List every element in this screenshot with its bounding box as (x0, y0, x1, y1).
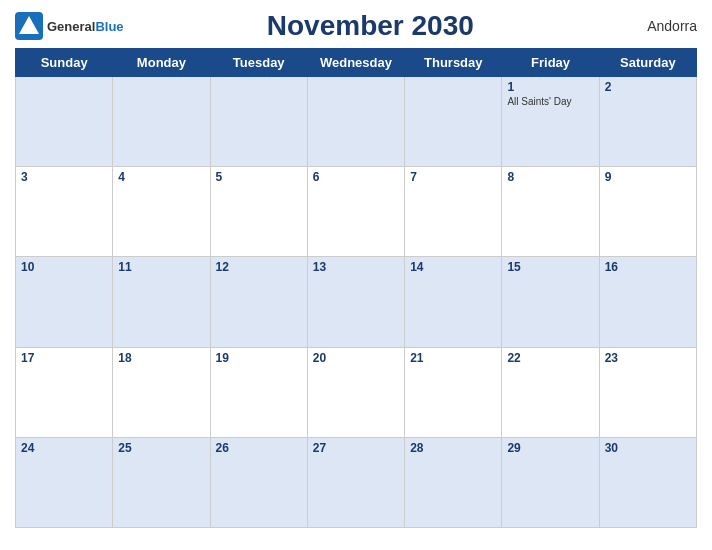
header-row: GeneralBlue November 2030 Andorra (15, 10, 697, 42)
calendar-day-cell: 27 (307, 437, 404, 527)
calendar-table: SundayMondayTuesdayWednesdayThursdayFrid… (15, 48, 697, 528)
day-number: 7 (410, 170, 496, 184)
day-number: 15 (507, 260, 593, 274)
day-number: 23 (605, 351, 691, 365)
calendar-day-cell: 17 (16, 347, 113, 437)
holiday-text: All Saints' Day (507, 96, 593, 108)
calendar-day-cell: 8 (502, 167, 599, 257)
calendar-day-cell: 16 (599, 257, 696, 347)
calendar-day-cell: 21 (405, 347, 502, 437)
calendar-week-row: 17181920212223 (16, 347, 697, 437)
day-number: 1 (507, 80, 593, 94)
day-number: 11 (118, 260, 204, 274)
calendar-day-cell: 23 (599, 347, 696, 437)
day-number: 28 (410, 441, 496, 455)
calendar-day-cell: 18 (113, 347, 210, 437)
calendar-day-cell: 3 (16, 167, 113, 257)
calendar-day-cell: 11 (113, 257, 210, 347)
calendar-day-cell: 26 (210, 437, 307, 527)
calendar-day-cell: 29 (502, 437, 599, 527)
day-number: 20 (313, 351, 399, 365)
weekday-header-wednesday: Wednesday (307, 49, 404, 77)
calendar-day-cell (113, 77, 210, 167)
weekday-header-tuesday: Tuesday (210, 49, 307, 77)
calendar-day-cell: 9 (599, 167, 696, 257)
day-number: 13 (313, 260, 399, 274)
weekday-header-friday: Friday (502, 49, 599, 77)
day-number: 22 (507, 351, 593, 365)
day-number: 14 (410, 260, 496, 274)
calendar-day-cell: 4 (113, 167, 210, 257)
calendar-day-cell: 2 (599, 77, 696, 167)
day-number: 3 (21, 170, 107, 184)
day-number: 25 (118, 441, 204, 455)
generalblue-logo-icon (15, 12, 43, 40)
country-label: Andorra (617, 18, 697, 34)
day-number: 10 (21, 260, 107, 274)
calendar-day-cell (405, 77, 502, 167)
calendar-day-cell: 13 (307, 257, 404, 347)
day-number: 16 (605, 260, 691, 274)
day-number: 2 (605, 80, 691, 94)
day-number: 29 (507, 441, 593, 455)
calendar-title: November 2030 (124, 10, 617, 42)
weekday-header-sunday: Sunday (16, 49, 113, 77)
calendar-day-cell: 19 (210, 347, 307, 437)
calendar-day-cell: 6 (307, 167, 404, 257)
calendar-week-row: 1All Saints' Day2 (16, 77, 697, 167)
calendar-day-cell: 5 (210, 167, 307, 257)
calendar-day-cell: 10 (16, 257, 113, 347)
calendar-day-cell (210, 77, 307, 167)
day-number: 18 (118, 351, 204, 365)
day-number: 8 (507, 170, 593, 184)
calendar-day-cell: 12 (210, 257, 307, 347)
logo-area: GeneralBlue (15, 12, 124, 40)
calendar-day-cell: 14 (405, 257, 502, 347)
weekday-header-thursday: Thursday (405, 49, 502, 77)
calendar-week-row: 24252627282930 (16, 437, 697, 527)
calendar-day-cell: 22 (502, 347, 599, 437)
calendar-day-cell (307, 77, 404, 167)
day-number: 30 (605, 441, 691, 455)
calendar-day-cell: 25 (113, 437, 210, 527)
weekday-header-monday: Monday (113, 49, 210, 77)
calendar-week-row: 3456789 (16, 167, 697, 257)
day-number: 9 (605, 170, 691, 184)
calendar-day-cell: 24 (16, 437, 113, 527)
calendar-wrapper: GeneralBlue November 2030 Andorra Sunday… (0, 0, 712, 550)
day-number: 12 (216, 260, 302, 274)
calendar-day-cell: 28 (405, 437, 502, 527)
calendar-day-cell: 7 (405, 167, 502, 257)
day-number: 24 (21, 441, 107, 455)
logo-general-text: GeneralBlue (47, 17, 124, 35)
calendar-day-cell: 1All Saints' Day (502, 77, 599, 167)
day-number: 5 (216, 170, 302, 184)
day-number: 19 (216, 351, 302, 365)
weekday-header-saturday: Saturday (599, 49, 696, 77)
day-number: 21 (410, 351, 496, 365)
calendar-day-cell: 20 (307, 347, 404, 437)
day-number: 26 (216, 441, 302, 455)
day-number: 6 (313, 170, 399, 184)
calendar-week-row: 10111213141516 (16, 257, 697, 347)
weekday-header-row: SundayMondayTuesdayWednesdayThursdayFrid… (16, 49, 697, 77)
calendar-day-cell (16, 77, 113, 167)
day-number: 17 (21, 351, 107, 365)
day-number: 27 (313, 441, 399, 455)
calendar-day-cell: 15 (502, 257, 599, 347)
day-number: 4 (118, 170, 204, 184)
calendar-day-cell: 30 (599, 437, 696, 527)
